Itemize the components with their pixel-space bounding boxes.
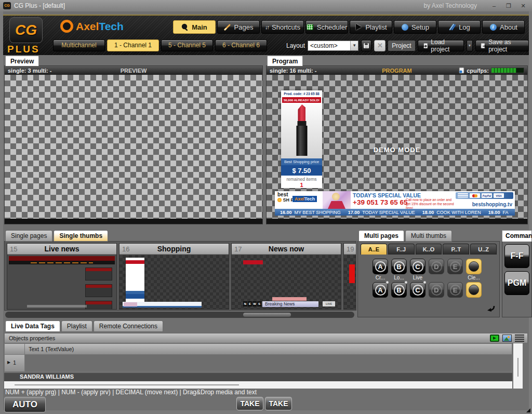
nav-playlist-button[interactable]: Playlist <box>350 20 392 34</box>
thumb-number: 17 <box>234 245 242 253</box>
multi-page-d-button[interactable]: D <box>429 259 444 274</box>
tab-multi-thumbs[interactable]: Multi thumbs <box>405 230 452 242</box>
thumb-live-news[interactable]: 15 Live news <box>7 243 117 310</box>
model-photo <box>323 191 351 209</box>
multi-page-a2-button[interactable]: A <box>373 282 388 298</box>
nav-log-button[interactable]: Log <box>438 20 481 34</box>
multi-page-e2-button[interactable]: E <box>447 282 463 298</box>
column-header[interactable]: Text 1 (TextValue) <box>25 343 512 355</box>
program-tab[interactable]: Program <box>267 56 303 66</box>
channel-1-button[interactable]: 1 - Channel 1 <box>107 39 159 51</box>
minimize-button[interactable]: – <box>488 2 500 10</box>
multi-page-c-button[interactable]: C <box>410 259 425 274</box>
table-row[interactable]: ▶ 1 <box>4 355 512 372</box>
ff-command-button[interactable]: F-F <box>504 244 529 268</box>
list-lines-icon[interactable] <box>515 335 524 342</box>
tab-range-pt[interactable]: P..T <box>443 244 469 255</box>
nav-about-button[interactable]: i About <box>482 20 525 34</box>
sun-icon <box>277 198 282 202</box>
axeltech-circle-icon <box>60 20 73 33</box>
multi-page-c2-button[interactable]: C <box>410 282 425 298</box>
tab-range-fj[interactable]: F..J <box>388 244 415 255</box>
tab-range-ae[interactable]: A..E <box>361 244 387 255</box>
load-project-button[interactable]: Load project <box>418 40 464 51</box>
nav-setup-button[interactable]: Setup <box>394 20 436 34</box>
clear-row2-button[interactable] <box>466 282 482 298</box>
tab-range-uz[interactable]: U..Z <box>470 244 497 255</box>
table-vertical-scrollbar[interactable] <box>513 343 523 389</box>
multi-page-e-button[interactable]: E <box>447 259 463 274</box>
channel-6-button[interactable]: 6 - Channel 6 <box>215 39 267 51</box>
multi-page-a-button[interactable]: A <box>373 259 388 274</box>
scrollbar-thumb[interactable] <box>517 358 518 377</box>
nav-shortcuts-button[interactable]: ↓↑ Shortcuts <box>261 20 304 34</box>
project-label: Project <box>388 41 415 51</box>
table-horizontal-scrollbar[interactable] <box>4 381 512 389</box>
preview-tab[interactable]: Preview <box>5 56 39 66</box>
multi-page-b2-button[interactable]: B <box>391 282 407 298</box>
setup-badge-icon <box>402 24 408 31</box>
nav-scheduler-button[interactable]: Scheduler <box>305 20 348 34</box>
program-canvas[interactable]: DEMO MODE Prod. code: # 23 65 88 50,000 … <box>267 75 527 219</box>
nav-main-button[interactable]: Main <box>173 20 216 34</box>
multi-page-label: Live <box>408 275 428 281</box>
live-badge: LIVE <box>323 301 335 306</box>
layout-select-value: <custom> <box>308 42 350 49</box>
thumb-19[interactable]: 19 <box>343 243 356 310</box>
news-letters: NEWS <box>243 301 261 306</box>
axel-text: Axel <box>76 20 99 32</box>
price-label: Best Shopping price <box>281 158 322 165</box>
save-as-project-button[interactable]: Save as project <box>475 40 529 51</box>
window-title: CG Plus - [default] <box>14 2 65 9</box>
banner-headline: TODAY'S SPECIAL VALUE <box>353 192 406 198</box>
channel-row: Multichannel 1 - Channel 1 5 - Channel 5… <box>53 39 267 51</box>
tab-playlist[interactable]: Playlist <box>61 320 92 332</box>
thumb-number: 15 <box>10 245 17 253</box>
letter-range-tabs: A..E F..J K..O P..T U..Z <box>358 242 499 255</box>
axeltech-logo: AxelTech <box>60 20 124 33</box>
preview-canvas[interactable] <box>5 75 262 219</box>
pgm-command-button[interactable]: PGM <box>504 271 529 295</box>
thumb-shopping[interactable]: 16 Shopping <box>119 243 229 310</box>
take-prg-button[interactable]: TAKE <box>236 397 263 410</box>
nav-main-label: Main <box>192 23 207 31</box>
commands-panel: F-F PGM <box>502 241 532 317</box>
multi-page-b-button[interactable]: B <box>391 259 407 274</box>
tab-multi-pages[interactable]: Multi pages <box>358 230 404 242</box>
resize-grip[interactable] <box>526 408 530 412</box>
tab-range-ko[interactable]: K..O <box>416 244 442 255</box>
layout-select[interactable]: <custom> ▼ <box>308 41 358 51</box>
save-layout-button[interactable] <box>361 40 371 51</box>
tab-single-pages[interactable]: Single pages <box>5 230 52 242</box>
chevron-down-icon[interactable]: ▼ <box>350 41 358 50</box>
table-corner-cell <box>4 343 25 355</box>
take-prv-button[interactable]: TAKE <box>265 397 292 410</box>
tab-commands[interactable]: Commands <box>502 230 532 242</box>
load-project-dropdown[interactable]: ▼ <box>467 40 472 51</box>
nav-pages-button[interactable]: Pages <box>217 20 260 34</box>
auto-button[interactable]: AUTO <box>4 397 46 412</box>
scrollbar-thumb[interactable] <box>243 313 291 317</box>
clear-row1-button[interactable] <box>466 259 482 274</box>
scrollbar-thumb[interactable] <box>15 384 239 385</box>
close-button[interactable]: ✕ <box>517 2 529 10</box>
tab-remote-connections[interactable]: Remote Connections <box>94 320 163 332</box>
single-thumbs-strip: 15 Live news 16 Shopping 17 News now NEW… <box>4 241 356 311</box>
thumbs-horizontal-scrollbar[interactable] <box>5 312 354 318</box>
return-arrow-icon[interactable] <box>487 305 495 314</box>
cg-plus-logo: CG PLUS <box>7 17 54 55</box>
thumb-news-now[interactable]: 17 News now NEWS Breaking News LIVE <box>231 243 341 310</box>
tab-live-data-tags[interactable]: Live Data Tags <box>5 320 60 332</box>
multi-page-d2-button[interactable]: D <box>429 282 444 298</box>
channel-multichannel-button[interactable]: Multichannel <box>53 39 105 51</box>
tab-single-thumbs[interactable]: Single thumbs <box>54 230 108 242</box>
delete-layout-button[interactable]: ✕ <box>374 40 385 51</box>
row-value-cell[interactable] <box>25 355 512 372</box>
preview-header: PREVIEW single: 3 multi: - <box>5 66 262 75</box>
image-icon[interactable] <box>502 335 512 342</box>
video-icon[interactable] <box>490 335 499 342</box>
channel-5-button[interactable]: 5 - Channel 5 <box>161 39 213 51</box>
maximize-button[interactable]: ❐ <box>503 2 514 10</box>
row-header[interactable]: ▶ 1 <box>4 355 25 372</box>
axeltech-overlay: AxelTech <box>292 196 317 202</box>
